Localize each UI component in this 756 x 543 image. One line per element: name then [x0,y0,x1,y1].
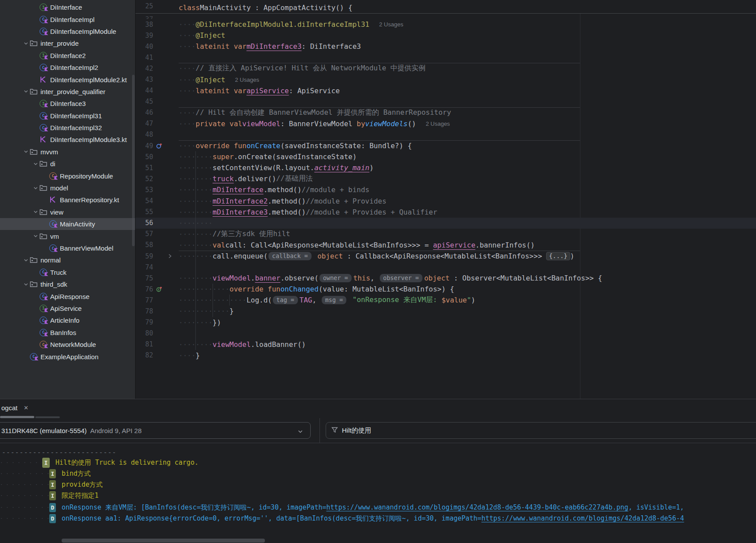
editor-lines[interactable]: 38····@DiInterfaceImplModule1.diInterfac… [136,19,756,361]
tree-item-inter_provide_qualifier[interactable]: inter_provide_qualifier [0,86,135,98]
code-line[interactable]: ····} [179,351,200,360]
folded-code-chip[interactable]: {...} [546,252,570,260]
editor-line-40[interactable]: 40····lateinit var mDiInterface3: DiInte… [136,41,756,52]
tree-item-MainActivity[interactable]: CMainActivity [0,218,135,230]
tree-item-normal[interactable]: normal [0,254,135,266]
log-url-link[interactable]: https://www.wanandroid.com/blogimgs/42da… [481,514,684,522]
editor-line-49[interactable]: 49····override fun onCreate(savedInstanc… [136,140,756,151]
chevron-down-icon[interactable] [32,209,40,215]
chevron-down-icon[interactable] [32,233,40,239]
code-line[interactable]: ····private val viewModel: BannerViewMod… [179,120,450,128]
tree-item-third_sdk[interactable]: third_sdk [0,278,135,290]
tree-scrollbar[interactable] [132,75,135,246]
editor-line-52[interactable]: 52········truck.deliver()//基础用法 [136,173,756,184]
tab-logcat[interactable]: ogcat [1,404,18,412]
chevron-down-icon[interactable] [22,282,30,287]
log-row[interactable]: · · · · · · · · · · · Iprovide方式 [0,479,103,490]
tree-item-DiInterfaceImpl2[interactable]: CDiInterfaceImpl2 [0,62,135,73]
log-row[interactable]: · · · · · · · · · · · DonResponse aa1: A… [0,513,684,524]
code-line[interactable]: ········truck.deliver()//基础用法 [179,174,313,183]
logcat-filter-input[interactable]: Hilt的使用 [326,422,756,439]
editor-line-79[interactable]: 79········}) [136,317,756,328]
code-line[interactable]: ········call.enqueue(callback = object :… [179,252,574,260]
tree-item-RepositoryModule[interactable]: CRepositoryModule [0,170,135,182]
code-line[interactable]: ········setContentView(R.layout.activity… [179,164,374,172]
code-line[interactable]: ····@DiInterfaceImplModule1.diInterfaceI… [179,20,403,29]
tree-item-view[interactable]: view [0,206,135,218]
editor-line-45[interactable]: 45 [136,96,756,107]
implement-marker-icon[interactable] [153,286,165,292]
tree-item-ApiResponse[interactable]: CApiResponse [0,290,135,302]
tree-item-ArticleInfo[interactable]: CArticleInfo [0,314,135,326]
chevron-down-icon[interactable] [22,89,30,94]
code-line[interactable]: ············override fun onChanged(value… [179,285,454,293]
editor-line-77[interactable]: 77················Log.d(tag = TAG, msg =… [136,295,756,306]
editor-line-57[interactable]: 57········//第三方sdk 使用hilt [136,229,756,240]
editor-line-54[interactable]: 54········mDiInterface2.method()//module… [136,196,756,207]
code-line[interactable]: ········}) [179,318,221,327]
code-line[interactable]: ············} [179,307,234,315]
tree-item-DiInterfaceImpl31[interactable]: CDiInterfaceImpl31 [0,110,135,122]
editor-line-43[interactable]: 43····@Inject2 Usages [136,74,756,85]
tree-item-di[interactable]: di [0,158,135,170]
editor-line-50[interactable]: 50········super.onCreate(savedInstanceSt… [136,151,756,162]
editor-line-46[interactable]: 46····// Hilt 会自动创建 BannerViewModel 并提供所… [136,107,756,118]
tree-item-DiInterfaceImplModule[interactable]: CDiInterfaceImplModule [0,26,135,37]
log-row[interactable]: · · · · · · · · · · · I限定符指定1 [0,490,99,501]
fold-chevron-icon[interactable] [165,254,174,259]
editor-line-38[interactable]: 38····@DiInterfaceImplModule1.diInterfac… [136,19,756,30]
code-editor[interactable]: 38····@DiInterfaceImplModule1.diInterfac… [136,0,756,399]
editor-line-47[interactable]: 47····private val viewModel: BannerViewM… [136,118,756,129]
usages-hint[interactable]: 2 Usages [379,21,403,28]
code-line[interactable]: ····@Inject [179,31,225,40]
tree-item-mvvm[interactable]: mvvm [0,146,135,158]
editor-line-74[interactable]: 74 [136,262,756,273]
tree-item-model[interactable]: model [0,182,135,194]
editor-line-55[interactable]: 55········mDiInterface3.method()//module… [136,207,756,218]
code-line[interactable]: ····lateinit var mDiInterface3: DiInterf… [179,42,361,51]
tree-item-DiInterface3[interactable]: IDiInterface3 [0,98,135,109]
code-line[interactable]: ····override fun onCreate(savedInstanceS… [179,142,412,150]
log-url-link[interactable]: https://www.wanandroid.com/blogimgs/42da… [327,503,628,511]
chevron-down-icon[interactable] [32,161,40,167]
editor-line-76[interactable]: 76············override fun onChanged(val… [136,284,756,295]
code-line[interactable]: ········mDiInterface2.method()//module +… [179,197,386,205]
tree-item-DiInterface2[interactable]: IDiInterface2 [0,50,135,62]
tree-item-vm[interactable]: vm [0,230,135,242]
tree-item-BanInfos[interactable]: CBanInfos [0,327,135,339]
tree-item-Truck[interactable]: CTruck [0,266,135,278]
tree-item-NetworkModule[interactable]: CNetworkModule [0,339,135,350]
override-marker-icon[interactable] [153,143,165,149]
sticky-line[interactable]: 25class MainActivity : AppCompatActivity… [136,0,756,14]
tree-item-DiInterfaceImpl[interactable]: CDiInterfaceImpl [0,13,135,25]
editor-line-75[interactable]: 75········viewModel.banner.observe(owner… [136,273,756,284]
code-line[interactable]: ········viewModel.banner.observe(owner =… [179,274,602,282]
tree-item-BannerViewModel[interactable]: CBannerViewModel [0,242,135,254]
chevron-down-icon[interactable] [22,258,30,263]
chevron-down-icon[interactable] [22,41,30,46]
editor-line-59[interactable]: 59········call.enqueue(callback = object… [136,251,756,262]
code-line[interactable]: class MainActivity : AppCompatActivity()… [179,4,352,12]
editor-line-51[interactable]: 51········setContentView(R.layout.activi… [136,162,756,173]
editor-line-81[interactable]: 81········viewModel.loadBanner() [136,339,756,350]
horizontal-scrollbar[interactable] [62,539,265,543]
editor-line-78[interactable]: 78············} [136,306,756,317]
code-line[interactable]: ········super.onCreate(savedInstanceStat… [179,153,357,161]
tree-item-DiInterface[interactable]: IDiInterface [0,1,135,13]
tree-item-ApiService[interactable]: IApiService [0,302,135,314]
usages-hint[interactable]: 2 Usages [426,120,450,127]
log-row[interactable]: · · · · · · · · · · IHilt的使用 Truck is de… [0,457,198,468]
tree-item-BannerRepository.kt[interactable]: BannerRepository.kt [0,194,135,206]
log-row[interactable]: · · · · · · · · · · · Ibind方式 [0,468,91,479]
editor-line-39[interactable]: 39····@Inject [136,30,756,41]
editor-line-53[interactable]: 53········mDiInterface.method()//module … [136,184,756,195]
tree-item-DiInterfaceImpl32[interactable]: CDiInterfaceImpl32 [0,122,135,134]
code-line[interactable]: ····@Inject2 Usages [179,76,259,84]
editor-line-48[interactable]: 48 [136,129,756,140]
code-line[interactable]: ····lateinit var apiService: ApiService [179,87,340,95]
code-line[interactable]: ········mDiInterface3.method()//module +… [179,208,437,216]
tree-item-inter_provide[interactable]: inter_provide [0,37,135,49]
tree-item-ExampleApplication[interactable]: CExampleApplication [0,350,135,362]
editor-line-82[interactable]: 82····} [136,350,756,361]
code-line[interactable]: ····// Hilt 会自动创建 BannerViewModel 并提供所需的… [179,108,451,117]
